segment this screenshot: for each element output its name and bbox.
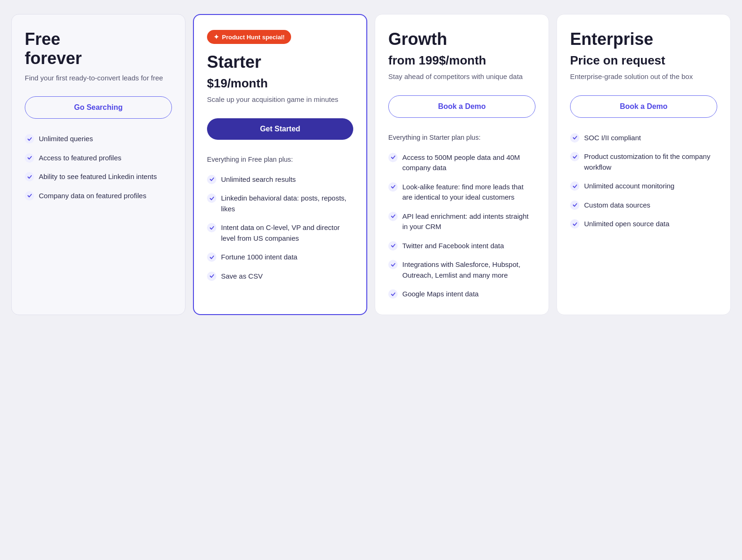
feature-text: SOC I/II compliant [584,133,641,144]
badge-label: Product Hunt special! [222,34,285,41]
feature-item: Access to 500M people data and 40M compa… [388,152,535,173]
feature-item: Unlimited search results [207,174,353,185]
feature-item: Look-alike feature: find more leads that… [388,182,535,203]
feature-item: Unlimited queries [25,134,172,144]
feature-text: Ability to see featured Linkedin intents [39,172,157,182]
feature-text: Product customization to fit the company… [584,151,717,172]
feature-text: Unlimited search results [221,174,296,185]
check-icon [388,241,398,251]
badge-starter: ✦ Product Hunt special! [207,30,291,44]
feature-text: Fortune 1000 intent data [221,252,297,263]
plan-desc-free: Find your first ready-to-convert leads f… [25,73,172,84]
check-icon [25,153,34,163]
features-list-growth: Access to 500M people data and 40M compa… [388,152,535,300]
plan-desc-starter: Scale up your acquisition game in minute… [207,94,353,105]
feature-text: Look-alike feature: find more leads that… [402,182,535,203]
check-icon [388,153,398,162]
check-icon [388,212,398,221]
feature-item: Unlimited open source data [570,219,717,230]
check-icon [207,175,216,184]
plan-card-free: FreeforeverFind your first ready-to-conv… [11,14,186,315]
plan-price-starter: $19/month [207,76,353,91]
feature-text: Unlimited queries [39,134,93,144]
plan-name-free: Freeforever [25,29,172,68]
feature-text: Integrations with Salesforce, Hubspot, O… [402,259,535,280]
check-icon [570,219,579,229]
feature-item: Unlimited account monitoring [570,181,717,192]
feature-item: Ability to see featured Linkedin intents [25,172,172,182]
cta-button-free[interactable]: Go Searching [25,96,172,119]
feature-text: Access to featured profiles [39,153,121,164]
feature-item: Save as CSV [207,271,353,282]
check-icon [570,201,579,210]
check-icon [207,223,216,232]
sparkle-icon: ✦ [214,33,219,41]
feature-item: Google Maps intent data [388,289,535,300]
feature-text: Save as CSV [221,271,263,282]
check-icon [207,252,216,262]
feature-text: API lead enrichment: add intents straigh… [402,211,535,232]
features-label-starter: Everything in Free plan plus: [207,155,353,165]
plan-card-enterprise: EnterprisePrice on requestEnterprise-gra… [556,14,731,315]
plan-name-enterprise: Enterprise [570,29,717,49]
check-icon [207,272,216,281]
feature-item: Integrations with Salesforce, Hubspot, O… [388,259,535,280]
check-icon [207,194,216,203]
check-icon [388,289,398,299]
pricing-grid: FreeforeverFind your first ready-to-conv… [11,14,731,315]
feature-item: Linkedin behavioral data: posts, reposts… [207,193,353,214]
feature-item: Twitter and Facebook intent data [388,241,535,251]
plan-desc-growth: Stay ahead of competitors with unique da… [388,72,535,82]
feature-text: Unlimited account monitoring [584,181,674,192]
feature-text: Intent data on C-level, VP and director … [221,223,353,244]
feature-item: SOC I/II compliant [570,133,717,144]
check-icon [388,182,398,192]
feature-item: Product customization to fit the company… [570,151,717,172]
features-label-growth: Everything in Starter plan plus: [388,133,535,143]
feature-item: Fortune 1000 intent data [207,252,353,263]
feature-item: API lead enrichment: add intents straigh… [388,211,535,232]
cta-button-starter[interactable]: Get Started [207,118,353,140]
features-list-starter: Unlimited search results Linkedin behavi… [207,174,353,282]
cta-button-enterprise[interactable]: Book a Demo [570,95,717,118]
feature-item: Custom data sources [570,200,717,211]
check-icon [25,134,34,144]
feature-text: Company data on featured profiles [39,191,146,201]
plan-price-growth: from 199$/month [388,53,535,68]
feature-text: Access to 500M people data and 40M compa… [402,152,535,173]
check-icon [570,152,579,161]
cta-button-growth[interactable]: Book a Demo [388,95,535,118]
plan-price-enterprise: Price on request [570,53,717,68]
feature-item: Access to featured profiles [25,153,172,164]
features-list-enterprise: SOC I/II compliant Product customization… [570,133,717,230]
feature-text: Custom data sources [584,200,650,211]
check-icon [25,172,34,181]
plan-card-starter: ✦ Product Hunt special! Starter$19/month… [193,14,367,315]
features-list-free: Unlimited queries Access to featured pro… [25,134,172,201]
feature-item: Company data on featured profiles [25,191,172,201]
check-icon [25,191,34,201]
feature-text: Twitter and Facebook intent data [402,241,504,251]
plan-name-starter: Starter [207,52,353,72]
plan-name-growth: Growth [388,29,535,49]
feature-text: Unlimited open source data [584,219,670,230]
feature-text: Linkedin behavioral data: posts, reposts… [221,193,353,214]
feature-item: Intent data on C-level, VP and director … [207,223,353,244]
check-icon [570,181,579,191]
plan-card-growth: Growthfrom 199$/monthStay ahead of compe… [375,14,549,315]
check-icon [388,260,398,269]
check-icon [570,133,579,143]
feature-text: Google Maps intent data [402,289,478,300]
plan-desc-enterprise: Enterprise-grade solution out of the box [570,72,717,82]
